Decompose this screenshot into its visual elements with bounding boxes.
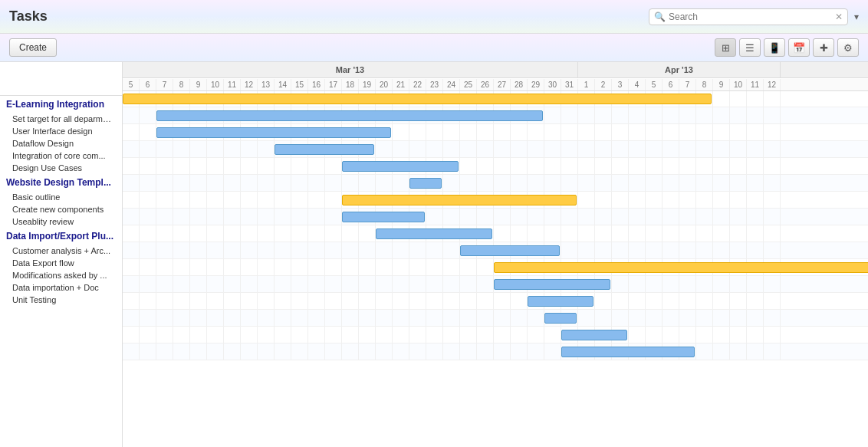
- gantt-container[interactable]: Mar '13Apr '1356789101112131415161718192…: [123, 62, 868, 447]
- sidebar-item-customer-analysis[interactable]: Customer analysis + Arc...: [0, 245, 122, 257]
- gantt-cell: [224, 192, 241, 208]
- gantt-cell: [156, 343, 173, 360]
- gantt-cell: [696, 343, 713, 360]
- gantt-cell: [123, 276, 140, 292]
- gantt-cell: [123, 310, 140, 326]
- sidebar-item-data-export[interactable]: Data Export flow: [0, 257, 122, 269]
- gantt-cell: [747, 141, 764, 157]
- search-box: 🔍 ✕: [649, 8, 848, 25]
- dropdown-arrow-icon[interactable]: ▾: [854, 12, 859, 22]
- header-right: 🔍 ✕ ▾: [649, 8, 859, 25]
- gantt-cell: [275, 242, 291, 258]
- grid-view-button[interactable]: ⊞: [715, 38, 736, 57]
- create-button[interactable]: Create: [9, 38, 57, 57]
- gantt-cell: [629, 293, 646, 309]
- gantt-cell: [477, 124, 494, 140]
- sidebar-item-set-target[interactable]: Set target for all deparments...: [0, 113, 122, 125]
- gantt-cell: [561, 225, 578, 242]
- sidebar-group-website[interactable]: Website Design Templ...: [0, 174, 122, 191]
- gantt-cell: [595, 141, 612, 157]
- gantt-cell: [190, 293, 207, 309]
- gantt-cell: [207, 310, 224, 326]
- gantt-bar-dataimport-group: [494, 262, 868, 273]
- sidebar-item-useability[interactable]: Useablity review: [0, 215, 122, 228]
- gantt-cell: [764, 225, 781, 242]
- mobile-view-button[interactable]: 📱: [764, 38, 785, 57]
- sidebar-item-design-use-cases[interactable]: Design Use Cases: [0, 162, 122, 174]
- gantt-bar-data-importation: [561, 330, 627, 340]
- settings-button[interactable]: ⚙: [837, 38, 859, 57]
- gantt-day-label: 2: [595, 79, 612, 90]
- sidebar-item-modifications[interactable]: Modifications asked by ...: [0, 269, 122, 281]
- gantt-day-label: 7: [156, 79, 173, 90]
- gantt-day-label: 14: [275, 79, 291, 90]
- gantt-cell: [646, 124, 663, 140]
- gantt-cell: [359, 276, 376, 292]
- gantt-day-label: 10: [730, 79, 747, 90]
- gantt-cell: [764, 158, 781, 174]
- gantt-cell: [224, 158, 241, 174]
- gantt-cell: [443, 242, 460, 258]
- gantt-cell: [291, 327, 308, 343]
- gantt-cell: [342, 293, 359, 309]
- gantt-cell: [224, 225, 241, 242]
- gantt-cell: [224, 259, 241, 275]
- gantt-cell: [426, 293, 443, 309]
- gantt-cell: [275, 259, 291, 275]
- gantt-cell: [663, 192, 679, 208]
- gantt-bar-elearning-group: [123, 94, 712, 104]
- gantt-day-label: 28: [511, 79, 528, 90]
- gantt-cell: [696, 242, 713, 258]
- gantt-cell: [241, 141, 258, 157]
- gantt-cell: [528, 327, 544, 343]
- gantt-cell: [764, 343, 781, 360]
- gantt-cell: [730, 141, 747, 157]
- sidebar-group-elearning[interactable]: E-Learning Integration: [0, 96, 122, 113]
- gantt-cell: [612, 242, 629, 258]
- gantt-cell: [730, 310, 747, 326]
- sidebar-group-dataimport[interactable]: Data Import/Export Plu...: [0, 228, 122, 245]
- gantt-cell: [460, 310, 477, 326]
- search-input[interactable]: [669, 12, 835, 22]
- gantt-row-customer-analysis: [123, 276, 868, 293]
- gantt-row-unit-testing: [123, 343, 868, 360]
- gantt-cell: [629, 225, 646, 242]
- gantt-cell: [663, 141, 679, 157]
- gantt-cell: [342, 225, 359, 242]
- sidebar-item-dataflow[interactable]: Dataflow Design: [0, 137, 122, 150]
- list-view-button[interactable]: ☰: [739, 38, 761, 57]
- gantt-cell: [156, 276, 173, 292]
- clear-search-icon[interactable]: ✕: [835, 12, 843, 22]
- gantt-cell: [663, 293, 679, 309]
- sidebar-item-unit-testing[interactable]: Unit Testing: [0, 294, 122, 306]
- gantt-day-label: 30: [544, 79, 561, 90]
- gantt-day-label: 29: [528, 79, 544, 90]
- sidebar-item-basic-outline[interactable]: Basic outline: [0, 191, 122, 203]
- add-view-button[interactable]: ✚: [813, 38, 834, 57]
- gantt-cell: [477, 310, 494, 326]
- gantt-cell: [325, 276, 342, 292]
- gantt-cell: [443, 327, 460, 343]
- gantt-cell: [460, 158, 477, 174]
- gantt-bar-useability: [460, 245, 560, 256]
- gantt-cell: [241, 327, 258, 343]
- gantt-cell: [713, 158, 730, 174]
- gantt-cell: [140, 276, 156, 292]
- gantt-cell: [713, 107, 730, 123]
- gantt-day-label: 23: [426, 79, 443, 90]
- gantt-cell: [764, 310, 781, 326]
- gantt-cell: [747, 276, 764, 292]
- gantt-day-label: 21: [393, 79, 409, 90]
- sidebar-item-create-components[interactable]: Create new components: [0, 203, 122, 215]
- sidebar-item-ui-design[interactable]: User Interface design: [0, 125, 122, 137]
- calendar-view-button[interactable]: 📅: [788, 38, 810, 57]
- gantt-cell: [426, 124, 443, 140]
- gantt-cell: [140, 310, 156, 326]
- gantt-bar-data-export: [528, 296, 593, 307]
- sidebar-item-integration[interactable]: Integration of core com...: [0, 150, 122, 162]
- gantt-cell: [511, 158, 528, 174]
- sidebar-item-data-importation[interactable]: Data importation + Doc: [0, 281, 122, 294]
- gantt-cell: [308, 343, 325, 360]
- gantt-cell: [511, 175, 528, 191]
- gantt-cell: [123, 293, 140, 309]
